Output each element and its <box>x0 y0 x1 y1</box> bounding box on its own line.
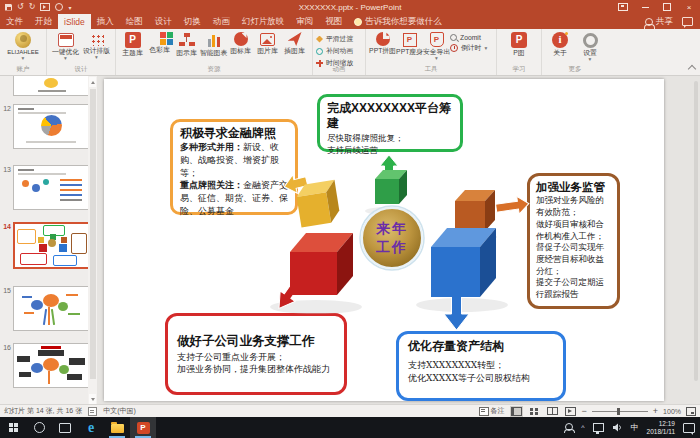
tab-review[interactable]: 审阅 <box>290 14 319 29</box>
blue-cube[interactable] <box>431 228 496 297</box>
file-explorer-button[interactable] <box>104 417 130 438</box>
illustration-library-button[interactable]: 插图库 <box>281 31 308 55</box>
slide-sorter-view-button[interactable] <box>528 406 541 417</box>
slide-thumbnail-12[interactable]: 12 <box>0 104 89 149</box>
color-library-button[interactable]: 色彩库 <box>146 31 173 54</box>
shape-red-box-support[interactable]: 做好子公司业务支撑工作 支持子公司重点业务开展； 加强业务协同，提升集团整体作战… <box>165 313 347 395</box>
orange-right-arrow[interactable] <box>495 195 530 217</box>
shape-orange-box-licenses[interactable]: 积极寻求金融牌照 多种形式并用：新设、收购、战略投资、增资扩股等； 重点牌照关注… <box>170 119 298 215</box>
zoom-out-button[interactable]: − <box>582 406 587 416</box>
ime-indicator[interactable]: 中 <box>631 422 639 433</box>
tab-slideshow[interactable]: 幻灯片放映 <box>236 14 291 29</box>
tab-view[interactable]: 视图 <box>319 14 348 29</box>
tab-draw[interactable]: 绘图 <box>120 14 149 29</box>
blue-down-arrow[interactable] <box>444 296 469 330</box>
canvas-scrollbar[interactable] <box>693 79 699 397</box>
countdown-button[interactable]: 倒计时▾ <box>450 43 487 53</box>
notes-button[interactable]: 备注 <box>479 406 505 416</box>
red-down-left-arrow[interactable] <box>272 280 303 313</box>
slide-thumbnail-14-current[interactable]: 14 <box>0 222 91 269</box>
diagram-library-button[interactable]: 图示库 <box>173 31 200 57</box>
tab-animations[interactable]: 动画 <box>207 14 236 29</box>
button-label: 色彩库 <box>146 46 173 54</box>
maximize-button[interactable] <box>656 0 678 14</box>
one-key-optimize-button[interactable]: 一键优化 ▾ <box>50 31 81 61</box>
zoom-slider[interactable] <box>592 411 648 412</box>
thumbnail-scrollbar[interactable] <box>88 76 97 405</box>
center-circle-next-year-work[interactable]: 来年 工作 <box>360 206 424 270</box>
yellow-cube[interactable] <box>295 180 341 228</box>
tab-islide[interactable]: iSlide <box>58 14 91 29</box>
orange-cube[interactable] <box>455 190 495 231</box>
p-tu-button[interactable]: P图 <box>506 31 533 57</box>
zoom-level[interactable]: 100% <box>663 408 681 415</box>
tab-transitions[interactable]: 切换 <box>178 14 207 29</box>
zoomit-button[interactable]: Zoomit <box>450 34 487 41</box>
tab-home[interactable]: 开始 <box>29 14 58 29</box>
zoom-in-button[interactable]: + <box>653 406 658 416</box>
proofing-icon[interactable] <box>88 407 97 416</box>
ribbon-display-options-button[interactable] <box>612 0 634 14</box>
green-up-arrow[interactable] <box>380 155 398 175</box>
scroll-up-icon[interactable] <box>89 77 96 87</box>
hidden-icons-chevron[interactable]: ^ <box>581 424 584 431</box>
network-button[interactable] <box>593 423 604 432</box>
icon-library-button[interactable]: 图标库 <box>227 31 254 55</box>
cortana-search-button[interactable] <box>26 417 52 438</box>
scrollbar-thumb[interactable] <box>90 89 96 379</box>
shape-brown-box-supervision[interactable]: 加强业务监管 加强对业务风险的有效防范； 做好项目审核和合作机构准入工作； 督促… <box>527 173 620 309</box>
start-slideshow-icon[interactable] <box>40 3 50 11</box>
slide-thumbnail-11[interactable] <box>0 76 89 96</box>
settings-button[interactable]: 设置 ▾ <box>575 31 605 62</box>
touch-mode-icon[interactable] <box>55 3 63 11</box>
slide-thumbnail-16[interactable]: 16 <box>0 343 89 388</box>
shape-green-box-platform[interactable]: 完成XXXXXXXX平台筹建 尽快取得牌照批复； 支持后续运营 <box>317 94 463 152</box>
close-button[interactable]: × <box>678 0 700 14</box>
slide-thumbnail-15[interactable]: 15 <box>0 286 89 331</box>
language-indicator[interactable]: 中文(中国) <box>103 406 136 416</box>
safe-export-button[interactable]: 安全导出 ▾ <box>423 31 450 61</box>
undo-icon[interactable]: ↺ <box>17 3 24 11</box>
fit-slide-icon[interactable] <box>686 407 696 416</box>
tab-design[interactable]: 设计 <box>149 14 178 29</box>
scroll-down-icon[interactable] <box>89 394 96 404</box>
comment-icon[interactable] <box>682 17 693 26</box>
zoom-slider-thumb[interactable] <box>617 408 620 415</box>
collapse-ribbon-icon[interactable] <box>688 65 696 73</box>
normal-view-button[interactable] <box>510 406 523 417</box>
redo-icon[interactable]: ↻ <box>29 3 36 11</box>
share-button[interactable]: 共享 <box>645 16 673 28</box>
slideshow-view-button[interactable] <box>564 406 577 417</box>
design-layout-button[interactable]: 设计排版 ▾ <box>81 31 112 60</box>
action-center-button[interactable] <box>683 423 695 433</box>
scrollbar-thumb[interactable] <box>694 81 698 381</box>
ppt-puzzle-button[interactable]: PPT拼图 <box>369 31 396 55</box>
smart-chart-button[interactable]: 智能图表 <box>200 31 227 57</box>
reading-view-button[interactable] <box>546 406 559 417</box>
start-button[interactable] <box>0 417 26 438</box>
volume-button[interactable] <box>612 423 623 432</box>
clock[interactable]: 12:19 2018/1/11 <box>647 420 675 436</box>
edge-browser-button[interactable]: e <box>78 417 104 438</box>
shape-blue-box-assets[interactable]: 优化存量资产结构 支持XXXXXXXX转型； 优化XXXXX等子公司股权结构 <box>396 331 566 401</box>
people-button[interactable] <box>565 423 573 433</box>
green-cube[interactable] <box>375 170 407 204</box>
powerpoint-taskbar-button[interactable]: P <box>130 417 156 438</box>
tell-me-box[interactable]: 告诉我你想要做什么 <box>354 14 442 29</box>
tab-file[interactable]: 文件 <box>0 14 29 29</box>
about-button[interactable]: 关于 <box>545 31 575 57</box>
tab-insert[interactable]: 插入 <box>91 14 120 29</box>
slide-14-editing-area[interactable]: 完成XXXXXXXX平台筹建 尽快取得牌照批复； 支持后续运营 积极寻求金融牌照… <box>104 79 664 401</box>
account-button[interactable]: ELIJAHLEE ▾ <box>3 31 43 61</box>
qat-customize-icon[interactable]: ▾ <box>68 4 71 11</box>
ppt-slim-button[interactable]: PPT瘦身 <box>396 31 423 56</box>
theme-library-button[interactable]: 主题库 <box>119 31 146 57</box>
minimize-button[interactable] <box>634 0 656 14</box>
task-view-button[interactable] <box>52 417 78 438</box>
save-icon[interactable] <box>5 4 12 11</box>
red-cube[interactable] <box>290 233 353 295</box>
slide-thumbnail-13[interactable]: 13 <box>0 165 89 210</box>
picture-library-button[interactable]: 图片库 <box>254 31 281 55</box>
smooth-transition-button[interactable]: 平滑过渡 <box>316 34 362 44</box>
tween-animation-button[interactable]: 补间动画 <box>316 46 362 56</box>
